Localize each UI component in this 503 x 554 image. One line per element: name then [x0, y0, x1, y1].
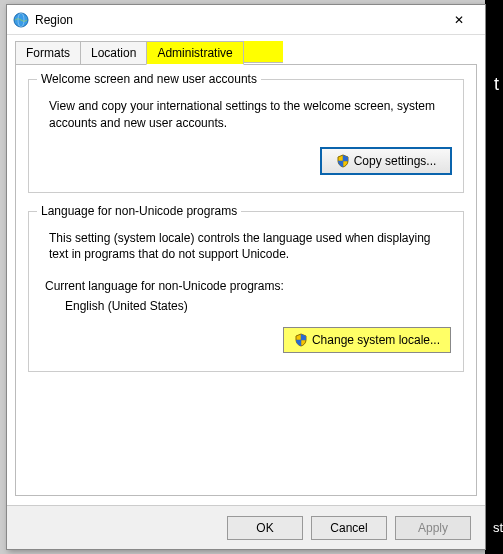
tab-location[interactable]: Location: [80, 41, 147, 65]
tab-administrative[interactable]: Administrative: [146, 41, 243, 65]
group-legend-non-unicode: Language for non-Unicode programs: [37, 204, 241, 218]
welcome-description: View and copy your international setting…: [49, 98, 451, 132]
change-system-locale-button[interactable]: Change system locale...: [283, 327, 451, 353]
copy-settings-button[interactable]: Copy settings...: [321, 148, 451, 174]
ok-button[interactable]: OK: [227, 516, 303, 540]
change-system-locale-label: Change system locale...: [312, 333, 440, 347]
groupbox-welcome-screen: Welcome screen and new user accounts Vie…: [28, 79, 464, 193]
non-unicode-description: This setting (system locale) controls th…: [49, 230, 451, 264]
titlebar: Region ✕: [7, 5, 485, 35]
group-legend-welcome: Welcome screen and new user accounts: [37, 72, 261, 86]
tab-formats[interactable]: Formats: [15, 41, 81, 65]
region-dialog: Region ✕ Formats Location Administrative…: [6, 4, 486, 550]
shield-icon: [336, 154, 350, 168]
tab-panel-administrative: Welcome screen and new user accounts Vie…: [15, 64, 477, 496]
window-title: Region: [35, 13, 439, 27]
close-icon: ✕: [454, 13, 464, 27]
background-black-strip: t st: [485, 0, 503, 554]
apply-button: Apply: [395, 516, 471, 540]
shield-icon: [294, 333, 308, 347]
current-language-value: English (United States): [65, 299, 451, 313]
groupbox-non-unicode: Language for non-Unicode programs This s…: [28, 211, 464, 373]
tab-highlight-extension: [243, 41, 283, 63]
tab-strip: Formats Location Administrative: [7, 35, 485, 65]
globe-icon: [13, 12, 29, 28]
close-button[interactable]: ✕: [439, 6, 479, 34]
cancel-button[interactable]: Cancel: [311, 516, 387, 540]
current-language-label: Current language for non-Unicode program…: [45, 279, 451, 293]
copy-settings-label: Copy settings...: [354, 154, 437, 168]
dialog-button-bar: OK Cancel Apply: [7, 505, 485, 549]
